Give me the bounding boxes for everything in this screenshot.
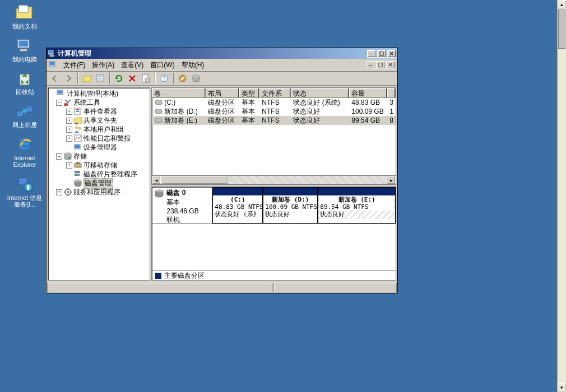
col-type[interactable]: 类型 — [239, 88, 259, 97]
tree-root[interactable]: 计算机管理(本地) — [49, 89, 149, 98]
svg-point-47 — [67, 191, 69, 193]
storage-icon — [63, 152, 72, 161]
icon-label: 回收站 — [16, 88, 34, 96]
menu-view[interactable]: 查看(V) — [118, 59, 147, 71]
svg-rect-44 — [77, 174, 80, 176]
desktop-icon-mycomputer[interactable]: 我的电脑 — [4, 36, 45, 63]
wizard-button[interactable] — [177, 72, 189, 85]
close-button[interactable]: ✕ — [387, 50, 396, 58]
svg-rect-15 — [50, 62, 54, 65]
collapse-icon[interactable]: − — [56, 153, 62, 160]
expand-icon[interactable]: + — [66, 136, 72, 142]
titlebar[interactable]: 计算机管理 ─ ☐ ✕ — [47, 48, 397, 59]
svg-rect-43 — [75, 174, 77, 176]
menu-action[interactable]: 操作(A) — [89, 59, 118, 71]
delete-button[interactable] — [126, 72, 138, 85]
desktop-icons: 我的文档 我的电脑 回收站 网上邻居 Internet Explorer Int… — [4, 3, 45, 208]
back-button[interactable] — [49, 72, 61, 85]
hscroll-thumb[interactable] — [161, 176, 228, 184]
tree-perf[interactable]: + 性能日志和警报 — [49, 134, 149, 143]
harddisk-icon — [154, 188, 164, 198]
tree-devmgr[interactable]: 设备管理器 — [49, 143, 149, 152]
computer-management-window: 计算机管理 ─ ☐ ✕ 文件(F) 操作(A) 查看(V) 窗口(W) 帮助(H… — [46, 48, 398, 293]
properties2-button[interactable] — [140, 72, 152, 85]
list-row[interactable]: (C:) 磁盘分区 基本 NTFS 状态良好 (系统) 48.83 GB 3 — [152, 98, 396, 107]
menu-help[interactable]: 帮助(H) — [178, 59, 208, 71]
col-fs[interactable]: 文件系统 — [259, 88, 291, 97]
drive-icon — [154, 108, 163, 115]
expand-icon[interactable]: + — [66, 118, 72, 124]
child-close-button[interactable]: ✕ — [386, 61, 395, 69]
tree-removable[interactable]: + 可移动存储 — [49, 161, 149, 170]
status-pane-2 — [273, 283, 397, 292]
forward-button[interactable] — [62, 72, 75, 85]
tree-tools[interactable]: − 系统工具 — [49, 98, 149, 107]
svg-text:?: ? — [163, 76, 166, 82]
expand-icon[interactable]: + — [66, 162, 72, 169]
tree-storage[interactable]: − 存储 — [49, 152, 149, 161]
svg-rect-41 — [75, 171, 77, 173]
partition-e[interactable]: 新加卷 (E:) 89.54 GB NTFS 状态良好 — [318, 187, 396, 223]
svg-rect-4 — [16, 111, 24, 117]
partition-d[interactable]: 新加卷 (D:) 100.09 GB NTFS 状态良好 — [263, 187, 318, 223]
removable-icon — [73, 161, 82, 170]
desktop-icon-recycle[interactable]: 回收站 — [4, 68, 45, 96]
scroll-right-button[interactable]: ▸ — [387, 176, 396, 184]
col-capacity[interactable]: 容量 — [349, 88, 387, 97]
svg-point-38 — [68, 157, 71, 159]
col-more[interactable] — [387, 88, 396, 97]
tools-icon — [63, 98, 72, 107]
tree-event[interactable]: + 事件查看器 — [49, 107, 149, 116]
child-restore-button[interactable]: ❐ — [376, 61, 385, 69]
help-button[interactable]: ? — [158, 72, 170, 85]
svg-point-32 — [75, 126, 78, 129]
tree-users[interactable]: + 本地用户和组 — [49, 125, 149, 134]
col-volume[interactable]: 卷 — [152, 88, 206, 97]
desktop-icon-network[interactable]: 网上邻居 — [4, 101, 45, 129]
up-button[interactable] — [81, 72, 93, 85]
disk-icon-button[interactable] — [190, 72, 202, 85]
col-status[interactable]: 状态 — [291, 88, 349, 97]
scroll-left-button[interactable]: ◂ — [152, 176, 161, 184]
menu-window[interactable]: 窗口(W) — [147, 59, 178, 71]
partition-c[interactable]: (C:) 48.83 GB NTFS 状态良好 (系纟 — [212, 187, 263, 223]
list-row[interactable]: 新加卷 (D:) 磁盘分区 基本 NTFS 状态良好 100.09 GB 1 — [152, 107, 396, 116]
disk-row[interactable]: 磁盘 0 基本 238.46 GB 联机 (C:) 48.83 GB NTFS — [152, 187, 396, 224]
svg-rect-31 — [76, 111, 79, 112]
page-scrollbar[interactable]: ▴ ▾ — [557, 0, 566, 392]
scroll-up-button[interactable]: ▴ — [558, 0, 566, 9]
maximize-button[interactable]: ☐ — [377, 50, 386, 58]
refresh-button[interactable] — [113, 72, 125, 85]
minimize-button[interactable]: ─ — [367, 50, 376, 58]
desktop-icon-iis[interactable]: Internet 信息服务(I... — [4, 174, 45, 208]
menu-file[interactable]: 文件(F) — [60, 59, 89, 71]
col-layout[interactable]: 布局 — [206, 88, 239, 97]
svg-rect-39 — [75, 164, 81, 167]
expand-icon[interactable]: + — [66, 127, 72, 133]
icon-label: Internet Explorer — [4, 155, 45, 169]
expand-icon[interactable]: + — [66, 109, 72, 115]
scroll-thumb[interactable] — [558, 10, 565, 49]
desktop-icon-documents[interactable]: 我的文档 — [4, 3, 45, 30]
tree-shared[interactable]: + 共享文件夹 — [49, 116, 149, 125]
expand-icon[interactable]: + — [56, 189, 62, 195]
desktop-icon-ie[interactable]: Internet Explorer — [4, 134, 45, 169]
list-header: 卷 布局 类型 文件系统 状态 容量 — [152, 88, 396, 98]
statusbar — [47, 282, 397, 293]
svg-rect-42 — [77, 171, 80, 173]
tree-diskmgmt[interactable]: 磁盘管理 — [49, 179, 149, 188]
tree-panel[interactable]: 计算机管理(本地) − 系统工具 + 事件查看器 + 共享文件夹 — [48, 87, 150, 281]
properties-button[interactable] — [94, 72, 106, 85]
list-row[interactable]: 新加卷 (E:) 磁盘分区 基本 NTFS 状态良好 89.54 GB 8 — [152, 116, 396, 125]
scroll-down-button[interactable]: ▾ — [558, 383, 566, 392]
icon-label: 我的文档 — [12, 23, 37, 30]
drive-icon — [154, 117, 163, 124]
tree-services[interactable]: + 服务和应用程序 — [49, 188, 149, 197]
icon-label: 我的电脑 — [12, 56, 37, 63]
disk-label[interactable]: 磁盘 0 基本 238.46 GB 联机 — [152, 187, 212, 223]
list-hscroll[interactable]: ◂ ▸ — [152, 175, 396, 184]
collapse-icon[interactable]: − — [56, 100, 62, 106]
disk-graphical-view: 磁盘 0 基本 238.46 GB 联机 (C:) 48.83 GB NTFS — [151, 186, 396, 281]
toolbar: ? — [47, 71, 397, 86]
child-minimize-button[interactable]: ─ — [366, 61, 375, 69]
